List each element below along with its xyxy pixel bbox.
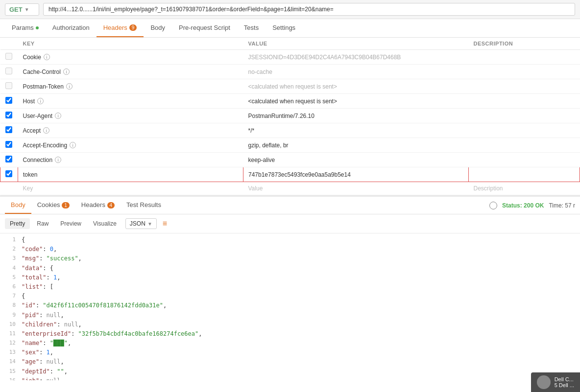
header-checkbox[interactable]: [5, 126, 12, 133]
line-number: 9: [4, 311, 22, 320]
authorization-label: Authorization: [52, 24, 90, 31]
header-desc-cell: [469, 123, 580, 138]
table-row: token747b1e7873ec5493fce9e0aa5a9b5e14: [0, 167, 580, 182]
tab-settings[interactable]: Settings: [266, 19, 302, 37]
header-key-cell: Hosti: [18, 94, 243, 109]
pretty-label: Pretty: [10, 220, 25, 227]
body-tab-pretty[interactable]: Pretty: [5, 218, 30, 229]
line-content: "total": 1,: [22, 273, 61, 282]
header-checkbox[interactable]: [5, 170, 12, 177]
header-key-name: token: [23, 171, 238, 178]
info-icon[interactable]: i: [44, 54, 50, 60]
line-number: 12: [4, 339, 22, 347]
tab-pre-request[interactable]: Pre-request Script: [172, 19, 237, 37]
header-checkbox[interactable]: [5, 156, 12, 162]
col-key-header: KEY: [18, 38, 243, 50]
overlay-name: Dell C...: [555, 376, 574, 380]
header-checkbox[interactable]: [5, 141, 12, 148]
col-check-header: [0, 38, 18, 50]
auto-row-cell[interactable]: Description: [469, 182, 580, 195]
info-icon[interactable]: i: [55, 157, 61, 163]
params-label: Params: [12, 24, 34, 31]
header-key-cell: Accept-Encodingi: [18, 138, 243, 153]
url-input[interactable]: [43, 3, 575, 16]
json-line: 7 {: [0, 292, 580, 301]
info-icon[interactable]: i: [55, 113, 61, 119]
header-key-cell: Postman-Tokeni: [18, 79, 243, 94]
line-number: 6: [4, 282, 22, 291]
tab-tests[interactable]: Tests: [237, 19, 266, 37]
response-tab-test-results[interactable]: Test Results: [121, 197, 167, 214]
line-number: 11: [4, 329, 22, 338]
auto-row-cell[interactable]: Value: [243, 182, 469, 195]
headers-section: KEY VALUE DESCRIPTION CookieiJSESSIONID=…: [0, 38, 580, 195]
response-tab-body[interactable]: Body: [5, 197, 31, 214]
line-content: "children": null,: [22, 320, 82, 329]
table-row: Connectionikeep-alive: [0, 153, 580, 167]
line-content: "deptId": "",: [22, 367, 68, 376]
header-key-name: Postman-Tokeni: [23, 83, 239, 90]
table-row: Accepti*/*: [0, 123, 580, 138]
header-key-cell: Cache-Controli: [18, 65, 243, 79]
header-checkbox[interactable]: [5, 82, 12, 89]
line-number: 4: [4, 264, 22, 273]
header-value-cell: JSESSIONID=4D3D6E94D2C4A6A7943C9B04B67D4…: [243, 50, 469, 65]
json-line: 13 "sex": 1,: [0, 348, 580, 357]
checkbox-cell: [0, 79, 18, 94]
cookies-badge: 1: [62, 202, 70, 208]
body-tab-visualize[interactable]: Visualize: [88, 218, 121, 229]
checkbox-cell: [0, 65, 18, 79]
header-desc-cell: [469, 50, 580, 65]
header-key-name: Accept-Encodingi: [23, 142, 239, 149]
tab-headers[interactable]: Headers 9: [97, 19, 144, 37]
tab-params[interactable]: Params: [5, 19, 46, 37]
pre-request-label: Pre-request Script: [179, 24, 230, 31]
line-content: "id": "d42f6f11c005470f81876142fdd0a31e"…: [22, 301, 167, 310]
header-checkbox[interactable]: [5, 53, 12, 60]
body-tabs-row: Pretty Raw Preview Visualize JSON ▼ ≡: [0, 214, 580, 233]
header-checkbox[interactable]: [5, 68, 12, 74]
method-selector[interactable]: GET ▼: [5, 3, 39, 16]
format-button[interactable]: ≡: [159, 217, 171, 230]
line-content: "data": {: [22, 264, 53, 273]
info-icon[interactable]: i: [63, 69, 70, 75]
status-area: Status: 200 OK Time: 57 r: [489, 202, 575, 209]
time-badge: Time: 57 r: [549, 202, 575, 209]
tab-authorization[interactable]: Authorization: [46, 19, 97, 37]
header-value-cell: PostmanRuntime/7.26.10: [243, 109, 469, 123]
auto-row-cell[interactable]: Key: [18, 182, 243, 195]
line-number: 3: [4, 254, 22, 263]
info-icon[interactable]: i: [43, 127, 49, 134]
info-icon[interactable]: i: [70, 142, 76, 148]
header-desc-cell: [469, 138, 580, 153]
json-line: 16 "job": null,: [0, 376, 580, 380]
header-value-cell: no-cache: [243, 65, 469, 79]
body-tab-raw[interactable]: Raw: [32, 218, 53, 229]
header-checkbox[interactable]: [5, 112, 12, 118]
body-tab-preview[interactable]: Preview: [55, 218, 86, 229]
json-chevron-icon: ▼: [147, 221, 152, 227]
tests-label: Tests: [244, 24, 259, 31]
tab-body[interactable]: Body: [144, 19, 172, 37]
response-tab-headers[interactable]: Headers 4: [75, 197, 121, 214]
header-key-name: Cookiei: [23, 54, 239, 61]
header-checkbox[interactable]: [5, 97, 12, 104]
checkbox-cell: [0, 167, 18, 182]
json-line: 8 "id": "d42f6f11c005470f81876142fdd0a31…: [0, 301, 580, 310]
json-format-select[interactable]: JSON ▼: [125, 218, 157, 229]
header-value-cell: gzip, deflate, br: [243, 138, 469, 153]
info-icon[interactable]: i: [37, 98, 44, 104]
info-icon[interactable]: i: [66, 83, 72, 90]
checkbox-cell: [0, 138, 18, 153]
header-desc-cell: [469, 167, 580, 182]
header-value-cell: <calculated when request is sent>: [243, 79, 469, 94]
json-line: 2 "code": 0,: [0, 245, 580, 254]
bottom-overlay: Dell C... 5 Dell ...: [531, 372, 580, 380]
json-line: 3 "msg": "success",: [0, 254, 580, 263]
response-tab-cookies[interactable]: Cookies 1: [31, 197, 75, 214]
json-line: 12 "name": "███",: [0, 339, 580, 348]
line-content: "pid": null,: [22, 311, 64, 320]
line-content: "job": null,: [22, 376, 64, 380]
headers-badge: 9: [129, 24, 137, 31]
line-number: 16: [4, 376, 22, 380]
